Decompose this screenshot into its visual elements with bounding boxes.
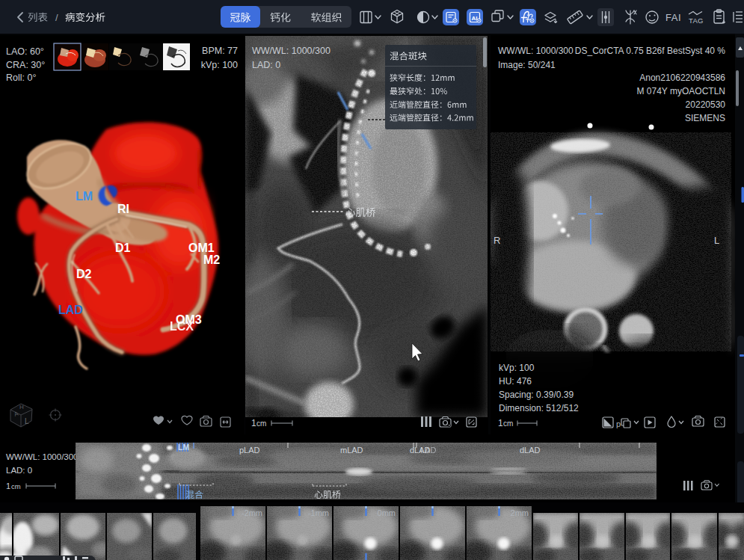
svg-text:L: L bbox=[25, 417, 29, 425]
svg-text:dLAD: dLAD bbox=[520, 446, 541, 455]
svg-text:0mm: 0mm bbox=[378, 508, 396, 517]
svg-text:LM: LM bbox=[178, 443, 189, 452]
svg-text:p: p bbox=[616, 419, 621, 428]
svg-text:M 074Y myOAOCTLN: M 074Y myOAOCTLN bbox=[637, 86, 725, 96]
svg-text:/: / bbox=[55, 12, 58, 23]
svg-text:TAG: TAG bbox=[689, 16, 704, 25]
svg-text:WW/WL: 1000/300: WW/WL: 1000/300 bbox=[6, 452, 79, 461]
svg-text:Anon2106220943586: Anon2106220943586 bbox=[639, 73, 725, 83]
svg-text:cm: cm bbox=[503, 419, 513, 428]
svg-text:LAD: 0: LAD: 0 bbox=[252, 60, 280, 70]
svg-text:DS_CorCTA 0.75 B26f BestSyst 4: DS_CorCTA 0.75 B26f BestSyst 40 % bbox=[575, 46, 726, 56]
svg-text:1: 1 bbox=[251, 418, 256, 428]
svg-text:WW/WL: 1000/300: WW/WL: 1000/300 bbox=[498, 46, 574, 56]
svg-text:M2: M2 bbox=[203, 253, 220, 266]
svg-text:LAD: LAD bbox=[420, 446, 436, 455]
svg-text:OM1: OM1 bbox=[188, 241, 215, 254]
svg-text:BPM: 77: BPM: 77 bbox=[202, 46, 238, 56]
svg-text:cm: cm bbox=[256, 419, 266, 428]
svg-text:-1mm: -1mm bbox=[308, 508, 329, 517]
svg-text:SIEMENS: SIEMENS bbox=[685, 113, 725, 123]
svg-text:H: H bbox=[19, 404, 24, 410]
svg-text:kVp: 100: kVp: 100 bbox=[201, 60, 238, 70]
svg-text:cm: cm bbox=[11, 482, 21, 490]
svg-text:Roll: 0°: Roll: 0° bbox=[6, 73, 36, 83]
svg-text:2mm: 2mm bbox=[511, 508, 529, 517]
svg-text:WW/WL: 1000/300: WW/WL: 1000/300 bbox=[252, 46, 331, 56]
svg-text:mLAD: mLAD bbox=[340, 446, 363, 455]
svg-text:Spacing: 0.39/0.39: Spacing: 0.39/0.39 bbox=[499, 390, 574, 400]
svg-text:LAO: 60°: LAO: 60° bbox=[6, 46, 44, 57]
svg-text:Image: 50/241: Image: 50/241 bbox=[498, 60, 556, 70]
svg-text:1: 1 bbox=[6, 481, 10, 490]
svg-text:LCX: LCX bbox=[170, 320, 194, 333]
svg-text:pLAD: pLAD bbox=[239, 446, 260, 455]
svg-text:CRA: 30°: CRA: 30° bbox=[6, 60, 45, 70]
svg-text:1: 1 bbox=[498, 418, 503, 428]
svg-text:LM: LM bbox=[76, 190, 93, 203]
svg-text:AI: AI bbox=[472, 15, 478, 22]
svg-text:R: R bbox=[494, 235, 500, 246]
svg-text:Dimension: 512/512: Dimension: 512/512 bbox=[499, 403, 579, 413]
svg-text:D1: D1 bbox=[115, 241, 131, 254]
svg-text:-2mm: -2mm bbox=[242, 508, 262, 517]
svg-text:20220530: 20220530 bbox=[686, 99, 726, 110]
svg-text:LAD: 0: LAD: 0 bbox=[6, 466, 32, 475]
svg-text:RI: RI bbox=[117, 203, 129, 215]
svg-text:LAD: LAD bbox=[58, 304, 83, 316]
svg-text:kVp: 100: kVp: 100 bbox=[499, 363, 535, 373]
svg-text:D2: D2 bbox=[76, 268, 92, 280]
svg-text:FAI: FAI bbox=[665, 12, 681, 23]
svg-text:L: L bbox=[714, 235, 719, 246]
svg-text:HU: 476: HU: 476 bbox=[499, 376, 532, 387]
